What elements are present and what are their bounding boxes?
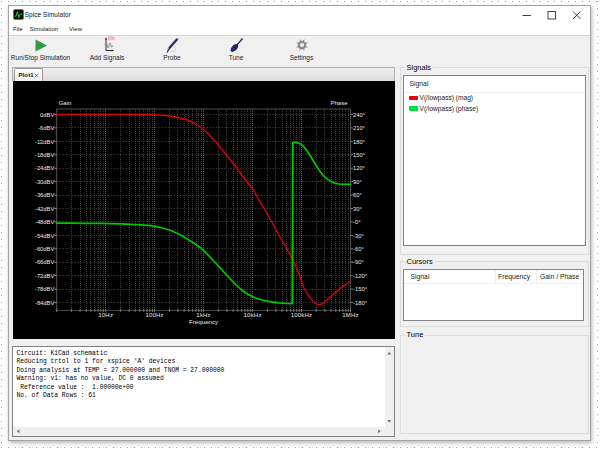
scroll-up-icon[interactable] <box>387 351 392 356</box>
menu-simulation[interactable]: Simulation <box>30 26 59 32</box>
simulation-console[interactable]: Circuit: KiCad schematic Reducing trtol … <box>12 346 395 438</box>
y-left-tick-label: -18dBV <box>35 151 54 157</box>
y-left-tick-label: -72dBV <box>35 272 54 278</box>
menu-bar: File Simulation View <box>9 23 590 36</box>
scroll-left-icon[interactable] <box>16 429 21 434</box>
run-stop-simulation-button[interactable]: Run/Stop Simulation <box>10 37 71 65</box>
signal-row-phase[interactable]: V(/lowpass) (phase) <box>404 104 585 115</box>
y-right-tick-label: -120° <box>353 272 367 278</box>
y-right-tick-label: -0° <box>353 219 360 225</box>
settings-label: Settings <box>290 54 314 61</box>
window-title: Spice Simulator <box>25 11 71 18</box>
y-left-tick-label: -54dBV <box>35 232 54 238</box>
close-icon <box>572 10 582 20</box>
x-tick-label: 100kHz <box>291 311 313 317</box>
minimize-icon <box>522 10 532 20</box>
y-right-tick-label: -60° <box>353 245 364 251</box>
y-left-tick-label: -84dBV <box>35 299 54 305</box>
tune-label: Tune <box>229 54 244 61</box>
x-tick-label: 10Hz <box>98 311 113 317</box>
signals-group: Signals Signal V(/lowpass) (mag) V(/lowp… <box>400 67 589 255</box>
app-window: Spice Simulator File Simulation View Run… <box>8 5 591 441</box>
gain-axis-title: Gain <box>59 100 72 106</box>
tab-plot1-label: Plot1 <box>19 72 34 78</box>
maximize-button[interactable] <box>540 6 565 23</box>
y-right-tick-label: 120° <box>353 165 365 171</box>
x-tick-label: 10kHz <box>244 311 262 317</box>
plot-notebook: Plot1 0dBV240°-6dBV210°-12dBV180°-18dBV1… <box>12 67 395 344</box>
probe-label: Probe <box>163 54 180 61</box>
y-left-tick-label: -12dBV <box>35 138 54 144</box>
run-icon <box>34 39 47 52</box>
y-right-tick-label: 90° <box>353 178 362 184</box>
y-left-tick-label: -24dBV <box>35 165 54 171</box>
y-right-tick-label: 210° <box>353 125 365 131</box>
add-signals-button[interactable]: Vin Add Signals <box>85 37 129 65</box>
probe-button[interactable]: Probe <box>157 37 187 65</box>
probe-icon <box>164 38 180 54</box>
y-right-tick-label: 240° <box>353 111 365 117</box>
cursors-col-gain-phase[interactable]: Gain / Phase <box>540 273 579 280</box>
tune-group: Tune <box>400 335 589 434</box>
cursors-group-label: Cursors <box>405 257 435 266</box>
scrollbar-corner <box>385 427 394 436</box>
menu-view[interactable]: View <box>69 26 82 32</box>
y-left-tick-label: 0dBV <box>40 111 54 117</box>
y-right-tick-label: 180° <box>353 138 365 144</box>
signal-name-mag: V(/lowpass) (mag) <box>420 94 474 101</box>
plot-canvas[interactable]: 0dBV240°-6dBV210°-12dBV180°-18dBV150°-24… <box>13 81 395 339</box>
selection-border-top <box>1 1 598 2</box>
signal-row-mag[interactable]: V(/lowpass) (mag) <box>404 93 585 104</box>
selection-border-right <box>597 1 598 447</box>
settings-button[interactable]: Settings <box>286 37 318 65</box>
column-separator <box>495 270 496 283</box>
minimize-button[interactable] <box>515 6 540 23</box>
menu-file[interactable]: File <box>13 26 23 32</box>
signal-name-phase: V(/lowpass) (phase) <box>420 105 479 112</box>
y-left-tick-label: -78dBV <box>35 286 54 292</box>
column-separator <box>536 270 537 283</box>
header-separator <box>404 283 584 284</box>
app-icon <box>13 9 24 20</box>
screenshot-stage: Spice Simulator File Simulation View Run… <box>0 0 600 449</box>
mag-color-swatch <box>409 96 418 100</box>
toolbar: Run/Stop Simulation Vin Add Signals <box>9 37 590 65</box>
add-signals-label: Add Signals <box>90 54 125 61</box>
title-bar[interactable]: Spice Simulator <box>9 6 590 23</box>
close-button[interactable] <box>565 6 590 23</box>
y-right-tick-label: -90° <box>353 259 364 265</box>
tune-icon <box>228 38 244 54</box>
selection-border-left <box>1 1 2 447</box>
phase-color-swatch <box>409 106 418 110</box>
y-right-tick-label: 150° <box>353 151 365 157</box>
bode-plot: 0dBV240°-6dBV210°-12dBV180°-18dBV150°-24… <box>13 81 395 339</box>
console-hscrollbar[interactable] <box>13 427 385 436</box>
tune-group-label: Tune <box>405 330 426 339</box>
y-left-tick-label: -66dBV <box>35 259 54 265</box>
selection-border-bottom <box>1 447 598 448</box>
cursors-col-frequency[interactable]: Frequency <box>498 273 530 280</box>
signals-column-header[interactable]: Signal <box>410 80 429 87</box>
tab-close-icon[interactable] <box>34 73 39 78</box>
y-left-tick-label: -60dBV <box>35 245 54 251</box>
maximize-icon <box>547 10 557 20</box>
cursors-group: Cursors Signal Frequency Gain / Phase <box>400 261 589 327</box>
y-left-tick-label: -6dBV <box>38 125 54 131</box>
frequency-axis-title: Frequency <box>189 317 219 324</box>
cursors-list[interactable]: Signal Frequency Gain / Phase <box>403 269 585 322</box>
phase-axis-title: Phase <box>330 100 348 106</box>
cursors-col-signal[interactable]: Signal <box>411 273 430 280</box>
tab-strip <box>12 67 395 81</box>
y-left-tick-label: -42dBV <box>35 205 54 211</box>
scroll-right-icon[interactable] <box>377 429 382 434</box>
settings-icon <box>294 37 310 53</box>
tab-plot1[interactable]: Plot1 <box>14 68 43 82</box>
console-text: Circuit: KiCad schematic Reducing trtol … <box>17 350 379 401</box>
y-right-tick-label: -150° <box>353 286 367 292</box>
signals-list[interactable]: Signal V(/lowpass) (mag) V(/lowpass) (ph… <box>403 75 586 246</box>
scroll-down-icon[interactable] <box>387 419 392 424</box>
y-left-tick-label: -36dBV <box>35 192 54 198</box>
svg-text:Vin: Vin <box>107 35 115 41</box>
tune-button[interactable]: Tune <box>222 37 250 65</box>
console-vscrollbar[interactable] <box>385 347 394 428</box>
